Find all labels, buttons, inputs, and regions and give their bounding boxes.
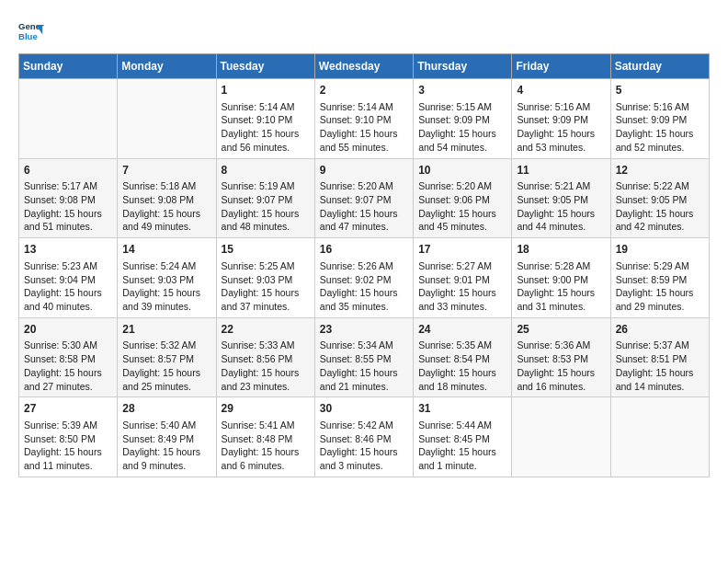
calendar-cell: 8Sunrise: 5:19 AMSunset: 9:07 PMDaylight… bbox=[216, 158, 314, 238]
calendar-cell: 13Sunrise: 5:23 AMSunset: 9:04 PMDayligh… bbox=[19, 238, 118, 318]
day-info: Sunrise: 5:16 AM bbox=[616, 100, 704, 114]
day-info: Daylight: 15 hours bbox=[418, 445, 506, 459]
day-info: and 14 minutes. bbox=[616, 380, 704, 394]
day-info: and 56 minutes. bbox=[222, 141, 310, 155]
calendar-cell: 30Sunrise: 5:42 AMSunset: 8:46 PMDayligh… bbox=[314, 397, 413, 477]
day-number: 23 bbox=[320, 322, 408, 338]
day-info: and 11 minutes. bbox=[24, 459, 112, 473]
day-info: Daylight: 15 hours bbox=[24, 207, 112, 221]
day-info: Sunset: 8:50 PM bbox=[24, 432, 112, 446]
calendar-body: 1Sunrise: 5:14 AMSunset: 9:10 PMDaylight… bbox=[19, 79, 710, 477]
day-info: and 52 minutes. bbox=[616, 141, 704, 155]
day-info: Sunset: 9:10 PM bbox=[320, 113, 408, 127]
day-info: Sunrise: 5:34 AM bbox=[320, 339, 408, 352]
day-number: 7 bbox=[122, 163, 210, 178]
day-info: Sunrise: 5:30 AM bbox=[24, 339, 112, 352]
day-info: and 39 minutes. bbox=[122, 300, 210, 314]
day-info: and 35 minutes. bbox=[320, 300, 408, 314]
day-info: Sunset: 9:04 PM bbox=[24, 273, 112, 287]
day-number: 3 bbox=[418, 83, 506, 98]
day-info: Sunset: 9:03 PM bbox=[222, 273, 310, 287]
day-info: Daylight: 15 hours bbox=[222, 127, 310, 141]
day-info: Sunset: 8:48 PM bbox=[222, 432, 310, 446]
weekday-header-tuesday: Tuesday bbox=[216, 54, 314, 79]
day-number: 22 bbox=[222, 322, 310, 338]
day-info: and 48 minutes. bbox=[222, 220, 310, 234]
day-info: Sunset: 9:01 PM bbox=[418, 273, 506, 287]
calendar-week-row: 6Sunrise: 5:17 AMSunset: 9:08 PMDaylight… bbox=[19, 158, 710, 238]
svg-text:Blue: Blue bbox=[18, 31, 38, 41]
day-info: Sunrise: 5:27 AM bbox=[418, 259, 506, 273]
calendar-cell: 19Sunrise: 5:29 AMSunset: 8:59 PMDayligh… bbox=[610, 238, 709, 318]
calendar-cell bbox=[118, 79, 216, 159]
day-info: and 37 minutes. bbox=[222, 300, 310, 314]
day-info: Sunrise: 5:17 AM bbox=[24, 179, 112, 193]
calendar-cell: 18Sunrise: 5:28 AMSunset: 9:00 PMDayligh… bbox=[512, 238, 610, 318]
day-info: Daylight: 15 hours bbox=[222, 445, 310, 459]
day-info: Daylight: 15 hours bbox=[616, 207, 704, 221]
day-number: 21 bbox=[122, 322, 210, 338]
day-number: 29 bbox=[222, 401, 310, 417]
day-info: and 1 minute. bbox=[418, 459, 506, 473]
weekday-header-monday: Monday bbox=[118, 54, 216, 79]
day-info: Sunset: 8:56 PM bbox=[222, 352, 310, 366]
day-number: 15 bbox=[222, 242, 310, 258]
day-info: Sunset: 8:58 PM bbox=[24, 352, 112, 366]
day-number: 27 bbox=[24, 401, 112, 417]
calendar-cell: 15Sunrise: 5:25 AMSunset: 9:03 PMDayligh… bbox=[216, 238, 314, 318]
calendar-cell bbox=[19, 79, 118, 159]
day-number: 1 bbox=[222, 83, 310, 98]
day-info: and 29 minutes. bbox=[616, 300, 704, 314]
day-info: Sunrise: 5:25 AM bbox=[222, 259, 310, 273]
day-info: Sunrise: 5:14 AM bbox=[320, 100, 408, 114]
weekday-header-sunday: Sunday bbox=[19, 54, 118, 79]
day-number: 18 bbox=[517, 242, 605, 258]
day-info: and 16 minutes. bbox=[517, 380, 605, 394]
day-info: Sunset: 9:02 PM bbox=[320, 273, 408, 287]
day-info: and 21 minutes. bbox=[320, 380, 408, 394]
calendar-cell: 4Sunrise: 5:16 AMSunset: 9:09 PMDaylight… bbox=[512, 79, 610, 159]
day-number: 5 bbox=[616, 83, 704, 98]
day-number: 8 bbox=[222, 163, 310, 178]
calendar-cell: 10Sunrise: 5:20 AMSunset: 9:06 PMDayligh… bbox=[414, 158, 512, 238]
day-info: and 33 minutes. bbox=[418, 300, 506, 314]
calendar-cell: 25Sunrise: 5:36 AMSunset: 8:53 PMDayligh… bbox=[512, 317, 610, 397]
day-info: Sunrise: 5:39 AM bbox=[24, 419, 112, 432]
day-info: Sunset: 9:07 PM bbox=[222, 193, 310, 207]
logo-icon: General Blue bbox=[18, 18, 44, 44]
day-info: Sunrise: 5:20 AM bbox=[320, 179, 408, 193]
page-header: General Blue bbox=[18, 18, 710, 44]
day-info: and 25 minutes. bbox=[122, 380, 210, 394]
day-info: Daylight: 15 hours bbox=[122, 366, 210, 380]
day-number: 19 bbox=[616, 242, 704, 258]
day-info: Sunset: 9:09 PM bbox=[616, 113, 704, 127]
day-info: Sunrise: 5:16 AM bbox=[517, 100, 605, 114]
calendar-cell: 3Sunrise: 5:15 AMSunset: 9:09 PMDaylight… bbox=[414, 79, 512, 159]
day-info: Sunrise: 5:44 AM bbox=[418, 419, 506, 432]
day-info: Daylight: 15 hours bbox=[418, 207, 506, 221]
weekday-header-saturday: Saturday bbox=[610, 54, 709, 79]
day-info: Sunset: 8:49 PM bbox=[122, 432, 210, 446]
day-number: 16 bbox=[320, 242, 408, 258]
calendar-cell: 12Sunrise: 5:22 AMSunset: 9:05 PMDayligh… bbox=[610, 158, 709, 238]
day-info: and 3 minutes. bbox=[320, 459, 408, 473]
day-number: 24 bbox=[418, 322, 506, 338]
day-info: Daylight: 15 hours bbox=[320, 127, 408, 141]
day-info: and 51 minutes. bbox=[24, 220, 112, 234]
day-info: Daylight: 15 hours bbox=[616, 366, 704, 380]
calendar-cell: 9Sunrise: 5:20 AMSunset: 9:07 PMDaylight… bbox=[314, 158, 413, 238]
day-info: and 44 minutes. bbox=[517, 220, 605, 234]
day-info: Sunrise: 5:26 AM bbox=[320, 259, 408, 273]
day-info: Sunrise: 5:15 AM bbox=[418, 100, 506, 114]
day-info: Daylight: 15 hours bbox=[122, 445, 210, 459]
calendar-cell: 6Sunrise: 5:17 AMSunset: 9:08 PMDaylight… bbox=[19, 158, 118, 238]
day-info: Sunrise: 5:41 AM bbox=[222, 419, 310, 432]
day-info: and 49 minutes. bbox=[122, 220, 210, 234]
day-info: Daylight: 15 hours bbox=[320, 207, 408, 221]
day-number: 30 bbox=[320, 401, 408, 417]
calendar-cell: 22Sunrise: 5:33 AMSunset: 8:56 PMDayligh… bbox=[216, 317, 314, 397]
calendar-cell: 2Sunrise: 5:14 AMSunset: 9:10 PMDaylight… bbox=[314, 79, 413, 159]
day-info: and 31 minutes. bbox=[517, 300, 605, 314]
day-info: and 18 minutes. bbox=[418, 380, 506, 394]
day-info: Sunrise: 5:23 AM bbox=[24, 259, 112, 273]
